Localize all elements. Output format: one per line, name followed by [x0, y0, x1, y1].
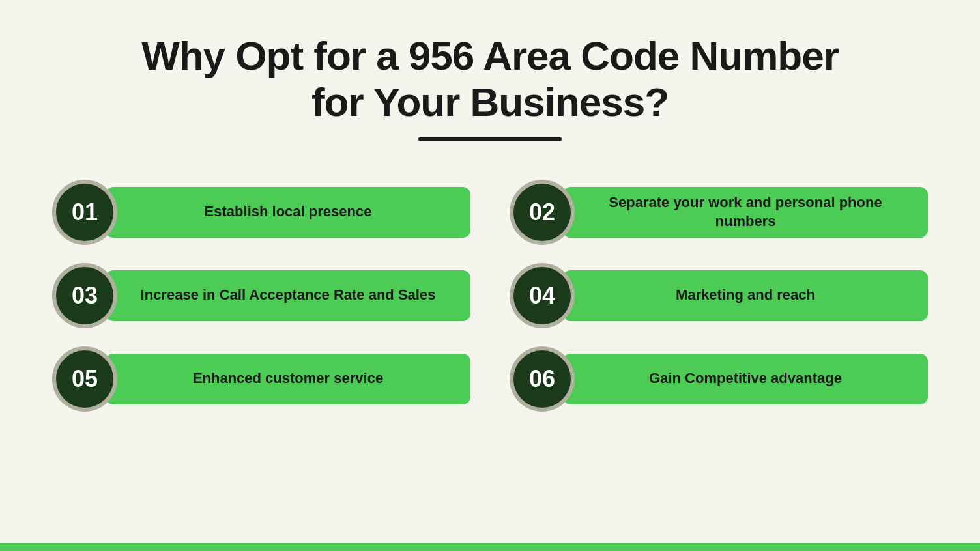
card-number-03: 03 — [52, 263, 117, 328]
card-label-01: Establish local presence — [106, 187, 470, 238]
card-number-06: 06 — [510, 346, 575, 412]
card-number-05: 05 — [52, 346, 117, 412]
card-number-04: 04 — [510, 263, 575, 328]
card-label-06: Gain Competitive advantage — [563, 354, 928, 404]
bottom-bar — [0, 543, 980, 551]
card-number-02: 02 — [510, 180, 575, 245]
card-label-03: Increase in Call Acceptance Rate and Sal… — [106, 270, 470, 321]
card-item-02: 02Separate your work and personal phone … — [510, 180, 928, 245]
card-item-04: 04Marketing and reach — [510, 263, 928, 328]
title-underline — [418, 137, 562, 141]
header-section: Why Opt for a 956 Area Code Number for Y… — [141, 0, 839, 154]
card-item-01: 01Establish local presence — [52, 180, 470, 245]
card-label-05: Enhanced customer service — [106, 354, 470, 404]
card-label-02: Separate your work and personal phone nu… — [563, 187, 928, 238]
card-number-01: 01 — [52, 180, 117, 245]
card-item-03: 03Increase in Call Acceptance Rate and S… — [52, 263, 470, 328]
card-item-06: 06Gain Competitive advantage — [510, 346, 928, 412]
card-item-05: 05Enhanced customer service — [52, 346, 470, 412]
main-title: Why Opt for a 956 Area Code Number for Y… — [141, 33, 839, 126]
cards-grid: 01Establish local presence02Separate you… — [0, 154, 980, 425]
card-label-04: Marketing and reach — [563, 270, 928, 321]
